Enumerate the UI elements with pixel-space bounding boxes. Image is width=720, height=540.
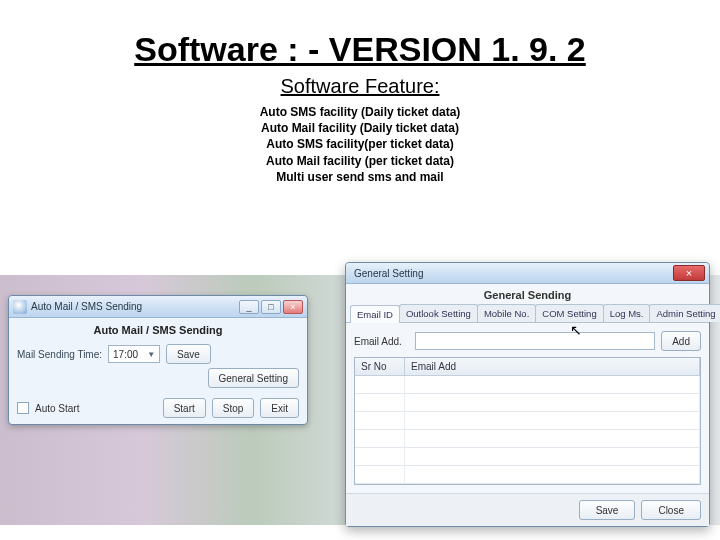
- titlebar[interactable]: Auto Mail / SMS Sending _ □ ×: [9, 296, 307, 318]
- tab-email-id[interactable]: Email ID: [350, 305, 400, 323]
- page-subtitle: Software Feature:: [0, 75, 720, 98]
- tab-strip: Email ID Outlook Setting Mobile No. COM …: [346, 304, 709, 323]
- add-button[interactable]: Add: [661, 331, 701, 351]
- tab-admin-setting[interactable]: Admin Setting: [649, 304, 720, 322]
- table-row[interactable]: [355, 466, 700, 484]
- app-icon: [13, 300, 27, 314]
- feature-item: Auto Mail facility (Daily ticket data): [0, 120, 720, 136]
- time-value: 17:00: [113, 349, 138, 360]
- titlebar[interactable]: General Setting ×: [346, 263, 709, 284]
- stop-button[interactable]: Stop: [212, 398, 255, 418]
- section-header: General Sending: [346, 284, 709, 304]
- window-title: General Setting: [350, 268, 705, 279]
- window-title: Auto Mail / SMS Sending: [31, 301, 239, 312]
- tab-com-setting[interactable]: COM Setting: [535, 304, 603, 322]
- auto-start-checkbox[interactable]: [17, 402, 29, 414]
- mail-sending-time-label: Mail Sending Time:: [17, 349, 102, 360]
- close-button[interactable]: ×: [283, 300, 303, 314]
- general-setting-button[interactable]: General Setting: [208, 368, 300, 388]
- feature-item: Auto Mail facility (per ticket data): [0, 153, 720, 169]
- table-row[interactable]: [355, 376, 700, 394]
- auto-mail-sms-window: Auto Mail / SMS Sending _ □ × Auto Mail …: [8, 295, 308, 425]
- col-email-add[interactable]: Email Add: [405, 358, 700, 375]
- close-button[interactable]: ×: [673, 265, 705, 281]
- auto-start-label: Auto Start: [35, 403, 79, 414]
- close-button-footer[interactable]: Close: [641, 500, 701, 520]
- table-row[interactable]: [355, 448, 700, 466]
- feature-list: Auto SMS facility (Daily ticket data) Au…: [0, 104, 720, 185]
- mail-sending-time-dropdown[interactable]: 17:00 ▼: [108, 345, 160, 363]
- feature-item: Multi user send sms and mail: [0, 169, 720, 185]
- email-grid[interactable]: Sr No Email Add: [354, 357, 701, 485]
- general-setting-window: General Setting × General Sending Email …: [345, 262, 710, 527]
- table-row[interactable]: [355, 412, 700, 430]
- tab-log-ms[interactable]: Log Ms.: [603, 304, 651, 322]
- grid-header: Sr No Email Add: [355, 358, 700, 376]
- tab-outlook-setting[interactable]: Outlook Setting: [399, 304, 478, 322]
- tab-mobile-no[interactable]: Mobile No.: [477, 304, 536, 322]
- minimize-button[interactable]: _: [239, 300, 259, 314]
- col-sr-no[interactable]: Sr No: [355, 358, 405, 375]
- exit-button[interactable]: Exit: [260, 398, 299, 418]
- maximize-button[interactable]: □: [261, 300, 281, 314]
- email-add-label: Email Add.: [354, 336, 409, 347]
- page-title: Software : - VERSION 1. 9. 2: [0, 30, 720, 69]
- save-button[interactable]: Save: [579, 500, 636, 520]
- table-row[interactable]: [355, 394, 700, 412]
- start-button[interactable]: Start: [163, 398, 206, 418]
- feature-item: Auto SMS facility (Daily ticket data): [0, 104, 720, 120]
- window-heading: Auto Mail / SMS Sending: [9, 318, 307, 340]
- email-add-input[interactable]: [415, 332, 655, 350]
- feature-item: Auto SMS facility(per ticket data): [0, 136, 720, 152]
- save-button[interactable]: Save: [166, 344, 211, 364]
- table-row[interactable]: [355, 430, 700, 448]
- chevron-down-icon: ▼: [147, 350, 155, 359]
